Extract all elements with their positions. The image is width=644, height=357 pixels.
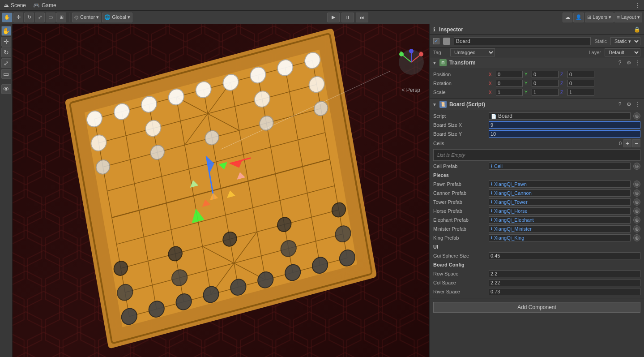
add-component-button[interactable]: Add Component [433, 302, 640, 313]
script-help-btn[interactable]: ? [616, 101, 623, 108]
game-icon: 🎮 [33, 2, 40, 9]
transform-icon: ⊞ [439, 59, 447, 66]
object-name-input[interactable] [454, 37, 591, 45]
transform-help-btn[interactable]: ? [616, 59, 623, 66]
tool-rotate[interactable]: ↻ [1, 47, 11, 57]
tool-hand[interactable]: ✋ [1, 26, 11, 36]
scene-view[interactable]: X Y Z < Persp [13, 24, 429, 357]
tool-eye[interactable]: 👁 [1, 84, 11, 94]
rot-x-input[interactable] [496, 80, 523, 87]
collab-btn[interactable]: ☁ [563, 13, 572, 22]
object-icon [443, 38, 450, 45]
scale-z-input[interactable] [567, 89, 594, 96]
pause-button[interactable]: ⏸ [341, 13, 354, 22]
static-dropdown[interactable]: Static ▾ [610, 37, 640, 45]
scale-y-input[interactable] [532, 89, 559, 96]
horse-prefab-ref: ℹ XiangQi_Horse [489, 207, 631, 215]
cannon-prefab-picker[interactable]: ◎ [633, 189, 640, 197]
rect-tool[interactable]: ▭ [46, 13, 55, 22]
rot-y-input[interactable] [532, 80, 559, 87]
inspector-icon: ℹ [433, 26, 435, 33]
script-settings-btn[interactable]: ⚙ [625, 101, 632, 108]
script-header-btns: ? ⚙ ⋮ [616, 101, 641, 108]
transform-settings-btn[interactable]: ⚙ [625, 59, 632, 66]
col-space-input[interactable] [489, 279, 640, 286]
cell-prefab-label: Cell Prefab [433, 163, 487, 169]
transform-more-btn[interactable]: ⋮ [634, 59, 641, 66]
list-empty-text: List is Empty [437, 152, 465, 158]
cells-remove-btn[interactable]: − [632, 139, 640, 147]
inspector-header-right: 🔒 [633, 26, 640, 33]
top-bar: ⛰ Scene 🎮 Game ⋮ [0, 0, 644, 11]
elephant-prefab-icon: ℹ [491, 218, 492, 222]
king-prefab-picker[interactable]: ◎ [633, 234, 640, 241]
cells-add-btn[interactable]: + [623, 139, 631, 147]
scale-x-input[interactable] [496, 89, 523, 96]
transform-tool[interactable]: ⊞ [56, 13, 66, 22]
inspector-title: Inspector [439, 26, 463, 33]
horse-prefab-icon: ℹ [491, 209, 492, 213]
pos-z-input[interactable] [567, 71, 594, 78]
script-more-btn[interactable]: ⋮ [634, 101, 641, 108]
hand-tool[interactable]: ✋ [2, 13, 13, 22]
rot-z-input[interactable] [567, 80, 594, 87]
board-script-header[interactable]: ▼ 📜 Board (Script) ? ⚙ ⋮ [430, 99, 644, 110]
collapse-arrow-script: ▼ [432, 102, 437, 107]
cannon-prefab-ref: ℹ XiangQi_Cannon [489, 189, 631, 197]
game-tab[interactable]: 🎮 Game [33, 2, 56, 9]
gui-sphere-size-row: Gui Sphere Size [430, 251, 644, 260]
position-label: Position [433, 72, 487, 77]
board-script-section: ▼ 📜 Board (Script) ? ⚙ ⋮ Script 📄 Board [430, 99, 644, 298]
step-button[interactable]: ⏭ [356, 13, 368, 22]
transform-header[interactable]: ▼ ⊞ Transform ? ⚙ ⋮ [430, 57, 644, 68]
scale-z-label: Z [560, 90, 566, 95]
pos-y-label: Y [525, 72, 530, 77]
tag-dropdown[interactable]: Untagged [450, 48, 495, 56]
cell-prefab-icon: ℹ [491, 164, 492, 168]
active-checkbox[interactable] [433, 38, 439, 44]
tower-prefab-icon: ℹ [491, 200, 492, 204]
tool-rect[interactable]: ▭ [1, 69, 11, 79]
scale-tool[interactable]: ⤢ [35, 13, 45, 22]
board-script-title: Board (Script) [449, 101, 485, 108]
transform-section: ▼ ⊞ Transform ? ⚙ ⋮ Position X Y [430, 57, 644, 99]
pivot-tool[interactable]: ◎ Center ▾ [72, 13, 101, 22]
elephant-prefab-picker[interactable]: ◎ [633, 216, 640, 224]
king-prefab-icon: ℹ [491, 236, 492, 240]
king-prefab-ref: ℹ XiangQi_King [489, 234, 631, 241]
pos-z-label: Z [560, 72, 566, 77]
tag-label: Tag [433, 50, 447, 55]
account-btn[interactable]: 👤 [573, 13, 584, 22]
cell-prefab-picker[interactable]: ◎ [633, 163, 640, 170]
minister-prefab-picker[interactable]: ◎ [633, 225, 640, 232]
move-tool[interactable]: ✛ [13, 13, 23, 22]
horse-prefab-picker[interactable]: ◎ [633, 207, 640, 215]
river-space-input[interactable] [489, 288, 640, 295]
cell-prefab-ref: ℹ Cell [489, 163, 631, 170]
scene-tab[interactable]: ⛰ Scene [4, 2, 26, 9]
gui-sphere-size-input[interactable] [489, 252, 640, 259]
board-size-y-input[interactable] [489, 130, 640, 138]
layout-btn[interactable]: ≡ Layout ▾ [614, 13, 642, 22]
lock-icon[interactable]: 🔒 [633, 26, 640, 33]
position-row: Position X Y Z [430, 70, 644, 79]
tower-prefab-picker[interactable]: ◎ [633, 198, 640, 206]
pos-x-input[interactable] [496, 71, 523, 78]
pawn-prefab-picker[interactable]: ◎ [633, 181, 640, 188]
tool-scale[interactable]: ⤢ [1, 58, 11, 68]
pos-y-input[interactable] [532, 71, 559, 78]
board-size-x-input[interactable] [489, 121, 640, 129]
script-ref-value: 📄 Board [489, 112, 631, 120]
global-tool[interactable]: 🌐 Global ▾ [102, 13, 132, 22]
layer-dropdown[interactable]: Default [605, 48, 640, 56]
tool-move[interactable]: ✛ [1, 37, 11, 47]
script-ref-picker[interactable]: ◎ [633, 112, 640, 120]
layers-btn[interactable]: ⊞ Layers ▾ [585, 13, 614, 22]
cannon-prefab-label: Cannon Prefab [433, 190, 487, 196]
more-options[interactable]: ⋮ [635, 2, 640, 9]
script-icon: 📜 [439, 101, 447, 108]
rotate-tool[interactable]: ↻ [24, 13, 34, 22]
play-button[interactable]: ▶ [327, 13, 340, 22]
tower-prefab-ref: ℹ XiangQi_Tower [489, 198, 631, 206]
row-space-input[interactable] [489, 270, 640, 277]
